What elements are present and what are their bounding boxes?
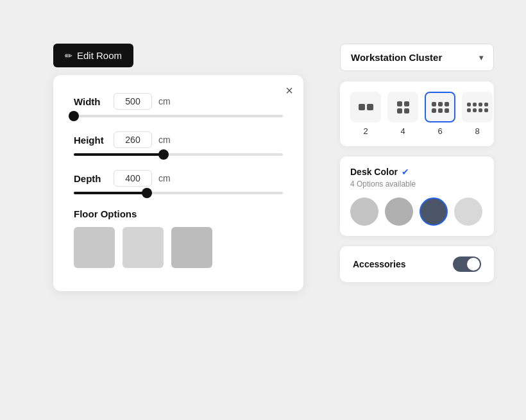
right-panel: Workstation Cluster ▾ 2 bbox=[340, 44, 494, 282]
grid-option-2[interactable]: 2 bbox=[350, 92, 381, 136]
height-row: Height cm bbox=[74, 131, 283, 148]
desk-color-header: Desk Color ✔ bbox=[350, 167, 484, 177]
cluster-dropdown[interactable]: Workstation Cluster ▾ bbox=[340, 44, 494, 71]
width-unit: cm bbox=[158, 96, 171, 106]
grid-icon-box-2 bbox=[350, 92, 381, 122]
depth-unit: cm bbox=[158, 173, 171, 183]
floor-options-row bbox=[74, 227, 283, 268]
depth-slider[interactable] bbox=[74, 192, 283, 194]
floor-tile-2[interactable] bbox=[123, 227, 164, 268]
color-option-4[interactable] bbox=[454, 197, 482, 226]
close-button[interactable]: × bbox=[285, 84, 293, 97]
grid-icon-box-4 bbox=[387, 92, 418, 122]
cluster-label: Workstation Cluster bbox=[351, 52, 442, 63]
height-unit: cm bbox=[158, 135, 171, 145]
floor-tile-1[interactable] bbox=[74, 227, 115, 268]
chevron-down-icon: ▾ bbox=[479, 53, 483, 62]
desk-color-sub: 4 Options available bbox=[350, 180, 484, 189]
color-option-2[interactable] bbox=[385, 197, 413, 226]
width-label: Width bbox=[74, 96, 107, 107]
width-row: Width cm bbox=[74, 93, 283, 110]
edit-room-button[interactable]: ✏ Edit Room bbox=[53, 44, 133, 67]
grid-option-4[interactable]: 4 bbox=[387, 92, 418, 136]
depth-label: Depth bbox=[74, 173, 107, 184]
color-options-row bbox=[350, 197, 484, 226]
desk-color-card: Desk Color ✔ 4 Options available bbox=[340, 156, 494, 236]
height-input[interactable] bbox=[114, 131, 152, 148]
height-slider[interactable] bbox=[74, 153, 283, 156]
grid-dots-2 bbox=[359, 104, 373, 110]
floor-tile-3[interactable] bbox=[171, 227, 212, 268]
accessories-label: Accessories bbox=[353, 259, 406, 269]
depth-input[interactable] bbox=[114, 170, 152, 187]
color-option-3[interactable] bbox=[420, 197, 448, 226]
accessories-toggle[interactable] bbox=[453, 256, 481, 272]
grid-icon-box-8 bbox=[462, 92, 493, 122]
grid-label-8: 8 bbox=[475, 126, 479, 136]
accessories-card: Accessories bbox=[340, 246, 494, 282]
grid-label-2: 2 bbox=[363, 126, 368, 136]
height-label: Height bbox=[74, 135, 107, 146]
grid-dots-6 bbox=[432, 102, 449, 113]
toggle-thumb bbox=[467, 258, 480, 271]
grid-option-6[interactable]: 6 bbox=[425, 92, 455, 136]
grid-label-6: 6 bbox=[437, 126, 442, 136]
grid-options-row: 2 4 bbox=[350, 92, 484, 136]
grid-icon-box-6 bbox=[425, 92, 455, 122]
page-container: ✏ Edit Room × Width cm Height cm bbox=[0, 0, 526, 420]
depth-row: Depth cm bbox=[74, 170, 283, 187]
grid-dots-8 bbox=[467, 103, 488, 112]
width-slider[interactable] bbox=[74, 115, 283, 117]
width-input[interactable] bbox=[114, 93, 152, 110]
check-icon: ✔ bbox=[402, 167, 409, 177]
edit-room-label: Edit Room bbox=[77, 50, 122, 61]
grid-option-8[interactable]: 8 bbox=[462, 92, 493, 136]
color-option-1[interactable] bbox=[350, 197, 378, 226]
floor-options-label: Floor Options bbox=[74, 208, 283, 219]
edit-room-card: × Width cm Height cm Depth bbox=[53, 75, 303, 291]
pencil-icon: ✏ bbox=[65, 51, 72, 61]
grid-dots-4 bbox=[397, 101, 409, 113]
desk-color-title: Desk Color bbox=[350, 167, 398, 177]
grid-label-4: 4 bbox=[400, 126, 405, 136]
grid-options-card: 2 4 bbox=[340, 81, 494, 146]
